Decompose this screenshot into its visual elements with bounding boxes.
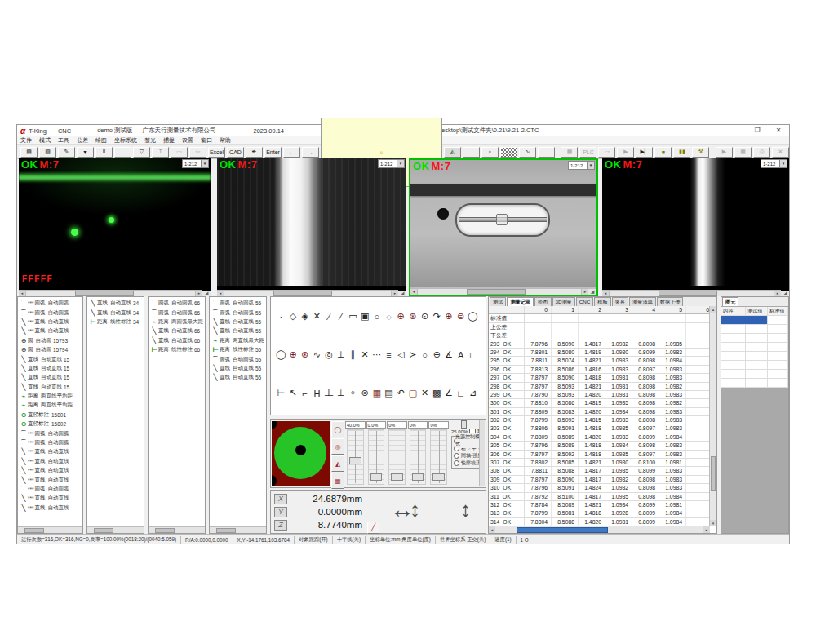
- arrow-right-button[interactable]: →: [302, 147, 319, 158]
- camera-4-selector[interactable]: 1-212▾: [761, 159, 787, 168]
- slider-track[interactable]: [430, 429, 447, 485]
- camera-2-selector[interactable]: 1-212▾: [378, 159, 405, 168]
- feature-item[interactable]: ╲***直线自动直线: [18, 447, 82, 456]
- slider-thumb[interactable]: [391, 473, 403, 481]
- light-option[interactable]: 同轴-强度: [454, 452, 482, 460]
- measure-tool-icon[interactable]: ▣: [359, 311, 371, 322]
- elements-column-header[interactable]: 测试值: [746, 307, 768, 315]
- feature-item[interactable]: ⊢距离线性标注66: [149, 345, 205, 354]
- measurement-row[interactable]: 313OK7.87998.50811.48181.09280.80991.098…: [489, 509, 710, 517]
- measure-tool-icon[interactable]: ∿: [311, 349, 323, 360]
- feature-item[interactable]: ⌒***圆弧自动圆弧: [18, 485, 82, 494]
- feature-item[interactable]: ⌁距离两圆弧最大距: [149, 318, 205, 326]
- selected-cell[interactable]: [721, 316, 768, 324]
- ring-light-preview[interactable]: [272, 421, 330, 486]
- elements-row[interactable]: [721, 343, 788, 352]
- camera-3-scrollbar[interactable]: ◂▸: [410, 288, 588, 295]
- enter-button[interactable]: Enter: [264, 147, 282, 158]
- feature-item[interactable]: ╲***直线自动直线: [18, 318, 82, 326]
- scroll-left-icon[interactable]: ◂: [602, 291, 610, 296]
- measure-tool-icon[interactable]: ○: [419, 350, 431, 360]
- menu-item-捕捉[interactable]: 捕捉: [163, 136, 175, 144]
- menu-item-坐标系统[interactable]: 坐标系统: [114, 136, 137, 144]
- pillar-button[interactable]: Ⅱ: [95, 147, 113, 158]
- feature-item[interactable]: ╲***直线自动直线: [18, 504, 82, 513]
- light-slider-5[interactable]: 0%: [428, 421, 449, 486]
- menu-item-绘图[interactable]: 绘图: [95, 136, 107, 144]
- measurement-row[interactable]: 294OK7.88018.50801.48191.09300.80991.098…: [489, 349, 710, 357]
- column-header[interactable]: 3: [605, 306, 632, 313]
- close-tool-button[interactable]: ✕: [772, 147, 789, 158]
- measurement-row[interactable]: 296OK7.88138.50861.48161.09330.80971.098…: [489, 366, 710, 374]
- feature-item[interactable]: ⊢距离线性标注55: [210, 345, 266, 354]
- feature-item[interactable]: ╲直线自动直线55: [210, 364, 266, 373]
- tolerance-row[interactable]: 标准值: [489, 314, 710, 322]
- edit-flag-button[interactable]: ✎: [58, 147, 75, 158]
- feature-item[interactable]: ╲直线自动直线66: [149, 326, 205, 335]
- measure-tool-icon[interactable]: ⊢: [275, 388, 287, 398]
- tab-测试[interactable]: 测试: [490, 297, 506, 306]
- feature-item[interactable]: ⌒圆弧自动圆弧66: [149, 299, 205, 308]
- measure-tool-icon[interactable]: ↷: [431, 311, 443, 322]
- measurement-row[interactable]: 304OK7.88098.50891.48201.09330.80991.098…: [489, 433, 710, 442]
- elements-row[interactable]: [721, 379, 788, 388]
- slider-thumb[interactable]: [412, 473, 424, 481]
- light-option[interactable]: 轮廓校正: [454, 460, 482, 467]
- scroll-right-icon[interactable]: ▸: [195, 291, 202, 296]
- scroll-left-icon[interactable]: ◂: [19, 291, 26, 296]
- measurement-row[interactable]: 303OK7.88068.50911.48181.09350.80971.098…: [489, 424, 710, 433]
- blank-slot-button[interactable]: [114, 147, 131, 158]
- measurement-row[interactable]: 310OK7.87968.50911.48241.09320.80981.098…: [489, 484, 710, 492]
- options-scrollbar[interactable]: [479, 420, 485, 486]
- diagonal-move-button[interactable]: ╱: [367, 522, 379, 534]
- measure-tool-icon[interactable]: ⌖: [347, 388, 359, 398]
- plc-button[interactable]: PLC: [579, 147, 596, 158]
- tab-数据上传[interactable]: 数据上传: [657, 297, 684, 306]
- tab-CNC[interactable]: CNC: [576, 297, 593, 306]
- z-axis-arrows-icon[interactable]: ↕: [460, 494, 471, 525]
- measure-tool-icon[interactable]: ◎: [323, 349, 335, 360]
- move-slot-button[interactable]: ⇦: [189, 147, 206, 158]
- feature-item[interactable]: ⌒圆弧自动圆弧55: [210, 299, 266, 308]
- new-report-button[interactable]: ▤: [20, 147, 38, 158]
- feature-item[interactable]: ╲***直线自动直线: [18, 494, 82, 503]
- menu-item-窗口[interactable]: 窗口: [201, 136, 212, 144]
- list-scrollbar[interactable]: [149, 526, 205, 533]
- measure-tool-icon[interactable]: ◇: [287, 311, 299, 322]
- menu-item-设置[interactable]: 设置: [182, 136, 193, 144]
- feature-item[interactable]: ╲直线自动直线34: [87, 299, 144, 308]
- table-horizontal-scrollbar[interactable]: ◂▸: [489, 526, 710, 533]
- feature-item[interactable]: ╲直线自动直线55: [210, 318, 266, 326]
- feature-item[interactable]: ╲直线自动直线66: [149, 336, 205, 345]
- measurement-row[interactable]: 298OK7.87978.50931.48211.09310.80981.098…: [489, 383, 710, 391]
- run-to-end-button[interactable]: ▶▏: [636, 147, 653, 158]
- zoom-tool-button[interactable]: ⌕: [481, 147, 499, 158]
- measurement-row[interactable]: 293OK7.87968.50901.48171.09320.80981.098…: [489, 340, 710, 349]
- tools-run-button[interactable]: ⚒: [692, 147, 709, 158]
- tab-绘图[interactable]: 绘图: [534, 297, 551, 306]
- measure-tool-icon[interactable]: ○: [371, 312, 384, 322]
- measure-tool-icon[interactable]: ⊙: [419, 311, 431, 322]
- stage-pan-control[interactable]: ↔ ↕: [390, 492, 449, 528]
- camera-1-selector[interactable]: 1-212▾: [182, 159, 209, 168]
- stop-button[interactable]: ■: [654, 147, 672, 158]
- list-scrollbar[interactable]: [18, 526, 82, 533]
- folder-button[interactable]: ▱: [598, 147, 615, 158]
- measurement-row[interactable]: 302OK7.87998.50931.48151.09330.80981.098…: [489, 416, 710, 424]
- light-slider-2[interactable]: 0.0%: [366, 421, 387, 486]
- measure-tool-icon[interactable]: ⊕: [395, 311, 407, 322]
- measurement-row[interactable]: 306OK7.87978.50921.48181.09350.80971.098…: [489, 451, 710, 459]
- feature-item[interactable]: ⌒圆弧自动圆弧66: [149, 308, 205, 317]
- feature-item[interactable]: ⌁距离两直线平均距: [18, 401, 82, 410]
- scroll-right-icon[interactable]: ▸: [391, 291, 398, 296]
- gray-slot-button[interactable]: ▭: [171, 147, 188, 158]
- measure-tool-icon[interactable]: ∥: [347, 349, 359, 360]
- coax-light-button[interactable]: ◎: [331, 438, 344, 455]
- tab-3D测量[interactable]: 3D测量: [552, 297, 575, 306]
- curve-button[interactable]: ∿: [519, 147, 536, 158]
- measure-tool-icon[interactable]: ◌: [383, 312, 395, 322]
- save2-button[interactable]: ▦: [734, 147, 752, 158]
- menu-item-帮助[interactable]: 帮助: [220, 136, 231, 144]
- camera-view-1[interactable]: OKM:7 1-212▾ FFFFF ◂▸ ◢: [19, 158, 211, 296]
- feature-item[interactable]: ╲***直线自动直线: [18, 457, 82, 466]
